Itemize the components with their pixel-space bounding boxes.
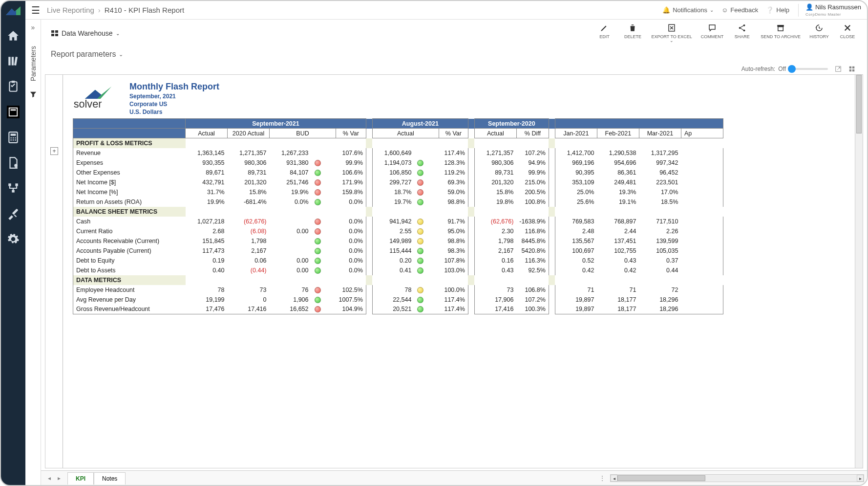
- table-cell: 102,755: [597, 246, 639, 256]
- export-excel-button[interactable]: EXPORT TO EXCEL⌄: [651, 23, 692, 43]
- table-cell: 997,342: [639, 158, 681, 168]
- table-cell: 117.4%: [439, 148, 468, 158]
- svg-rect-34: [849, 69, 851, 71]
- svg-rect-30: [778, 27, 783, 31]
- grid-view-icon[interactable]: [848, 66, 855, 72]
- table-cell: 2.30: [474, 226, 516, 236]
- tab-notes[interactable]: Notes: [94, 472, 126, 485]
- table-cell: 107.8%: [439, 256, 468, 265]
- nav-report-icon[interactable]: [7, 106, 20, 118]
- filter-icon[interactable]: [30, 91, 37, 98]
- edit-button[interactable]: EDIT: [594, 23, 614, 43]
- table-cell: 20,521: [372, 305, 414, 314]
- nav-clipboard-icon[interactable]: [7, 80, 20, 93]
- table-cell: 17,416: [228, 305, 270, 314]
- parameters-tab-label[interactable]: Parameters: [29, 46, 37, 81]
- notifications-link[interactable]: 🔔 Notifications ⌄: [662, 6, 714, 14]
- svg-point-11: [10, 137, 12, 139]
- close-button[interactable]: CLOSE: [838, 23, 857, 43]
- delete-button[interactable]: DELETE: [623, 23, 642, 43]
- table-cell: 59.0%: [439, 187, 468, 197]
- archive-button[interactable]: SEND TO ARCHIVE: [761, 23, 801, 43]
- breadcrumb-root[interactable]: Live Reporting: [47, 6, 94, 14]
- svg-rect-2: [8, 57, 10, 65]
- svg-point-16: [15, 139, 16, 141]
- nav-settings-icon[interactable]: [7, 233, 20, 245]
- status-dot-cell: [312, 217, 336, 226]
- table-cell: 15.8%: [228, 187, 270, 197]
- svg-point-17: [14, 164, 17, 167]
- breadcrumb-sep: ›: [98, 6, 101, 14]
- table-cell: -1638.9%: [516, 217, 549, 226]
- table-cell: 769,583: [555, 217, 597, 226]
- nav-tools-icon[interactable]: [7, 207, 20, 220]
- table-cell: [681, 177, 723, 187]
- tab-kpi[interactable]: KPI: [67, 472, 94, 485]
- table-cell: 71: [597, 285, 639, 295]
- table-cell: 0.43: [597, 256, 639, 265]
- excel-icon: [667, 23, 676, 32]
- table-cell: 931,380: [270, 158, 312, 168]
- vertical-scrollbar[interactable]: [855, 75, 863, 468]
- table-cell: 84,107: [270, 168, 312, 177]
- colgroup-aug2021: August-2021: [372, 119, 468, 129]
- nav-calculator-icon[interactable]: [7, 131, 20, 144]
- table-cell: 2,167: [228, 246, 270, 256]
- svg-rect-10: [11, 133, 16, 135]
- table-cell: 106.6%: [336, 168, 366, 177]
- table-cell: 17.0%: [639, 187, 681, 197]
- status-dot-cell: [414, 305, 439, 314]
- help-link[interactable]: ❔ Help: [766, 6, 789, 14]
- svg-text:solver: solver: [74, 98, 102, 110]
- report-viewport: + solver Monthly Flash Report: [45, 74, 863, 468]
- feedback-link[interactable]: ☺ Feedback: [721, 6, 758, 14]
- share-icon: [738, 23, 746, 32]
- table-cell: 19.8%: [474, 197, 516, 207]
- expand-parameters-icon[interactable]: »: [31, 23, 35, 31]
- left-nav-rail: [1, 1, 25, 485]
- share-button[interactable]: SHARE: [732, 23, 752, 43]
- status-dot-cell: [312, 187, 336, 197]
- svg-rect-20: [12, 190, 14, 192]
- svg-rect-5: [9, 82, 17, 91]
- sheet-nav-arrows[interactable]: ◂▸: [41, 475, 67, 482]
- table-cell: 19,199: [186, 295, 228, 305]
- history-button[interactable]: HISTORY: [809, 23, 829, 43]
- table-cell: 171.9%: [336, 177, 366, 187]
- table-cell: [270, 236, 312, 246]
- table-cell: 17,416: [474, 305, 516, 314]
- table-cell: 1,027,218: [186, 217, 228, 226]
- table-cell: 76: [270, 285, 312, 295]
- table-cell: 223,501: [639, 177, 681, 187]
- table-cell: 0.0%: [336, 217, 366, 226]
- comment-button[interactable]: COMMENT: [701, 23, 724, 43]
- expand-rows-button[interactable]: +: [50, 147, 58, 155]
- data-source-selector[interactable]: Data Warehouse ⌄: [51, 29, 120, 37]
- table-cell: 106.8%: [516, 285, 549, 295]
- autorefresh-slider[interactable]: [789, 68, 828, 70]
- table-cell: 0.0%: [336, 236, 366, 246]
- nav-file-user-icon[interactable]: [7, 156, 20, 169]
- hamburger-icon[interactable]: ☰: [31, 4, 40, 16]
- svg-rect-7: [9, 108, 18, 116]
- table-cell: 119.2%: [439, 168, 468, 177]
- section-header: PROFIT & LOSS METRICS: [73, 138, 186, 148]
- table-cell: [270, 246, 312, 256]
- svg-rect-18: [8, 183, 11, 186]
- nav-home-icon[interactable]: [7, 29, 20, 42]
- table-cell: 1,271,357: [474, 148, 516, 158]
- table-cell: 353,109: [555, 177, 597, 187]
- horizontal-scrollbar[interactable]: ◂▸: [610, 474, 864, 482]
- table-cell: 0: [228, 295, 270, 305]
- section-header: BALANCE SHEET METRICS: [73, 207, 186, 217]
- user-menu[interactable]: 👤 Nils Rasmussen CorpDemo Master: [798, 4, 861, 17]
- report-currency: U.S. Dollars: [129, 109, 219, 115]
- nav-books-icon[interactable]: [7, 55, 20, 67]
- table-cell: 72: [639, 285, 681, 295]
- nav-workflow-icon[interactable]: [7, 182, 20, 195]
- report-parameters-dropdown[interactable]: Report parameters ⌄: [41, 47, 867, 66]
- popout-icon[interactable]: [835, 66, 842, 72]
- table-cell: 0.0%: [336, 256, 366, 265]
- table-cell: 5420.8%: [516, 246, 549, 256]
- row-label: Revenue: [73, 148, 186, 158]
